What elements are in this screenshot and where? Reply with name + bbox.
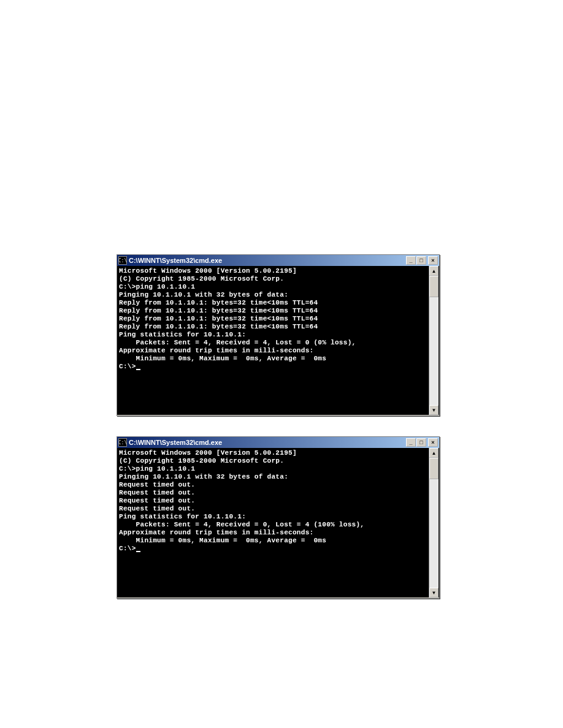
window-controls: _ □ × [406, 256, 438, 265]
scroll-down-button[interactable]: ▼ [429, 588, 439, 597]
terminal-line: Reply from 10.1.10.1: bytes=32 time<10ms… [119, 307, 437, 315]
cmd-window-timeout: C:\ C:\WINNT\System32\cmd.exe _ □ × Micr… [117, 436, 440, 599]
terminal-line: Minimum = 0ms, Maximum = 0ms, Average = … [119, 537, 437, 545]
terminal-line: Reply from 10.1.10.1: bytes=32 time<10ms… [119, 299, 437, 307]
terminal-line: Ping statistics for 10.1.10.1: [119, 513, 437, 521]
scroll-thumb[interactable] [429, 276, 439, 297]
cursor-icon [136, 551, 140, 552]
window-title: C:\WINNT\System32\cmd.exe [129, 257, 406, 264]
terminal-line: Request timed out. [119, 481, 437, 489]
cursor-icon [136, 369, 140, 370]
cmd-window-success: C:\ C:\WINNT\System32\cmd.exe _ □ × Micr… [117, 254, 440, 416]
terminal-line: Request timed out. [119, 505, 437, 513]
vertical-scrollbar[interactable]: ▲ ▼ [429, 266, 439, 415]
terminal-line: Reply from 10.1.10.1: bytes=32 time<10ms… [119, 315, 437, 323]
terminal-line: Packets: Sent = 4, Received = 0, Lost = … [119, 521, 437, 529]
terminal-line: Pinging 10.1.10.1 with 32 bytes of data: [119, 473, 437, 481]
maximize-button[interactable]: □ [416, 256, 426, 265]
close-button[interactable]: × [428, 256, 438, 265]
terminal-line: Approximate round trip times in milli-se… [119, 347, 437, 355]
terminal-line: (C) Copyright 1985-2000 Microsoft Corp. [119, 275, 437, 283]
terminal-line: C:\>ping 10.1.10.1 [119, 465, 437, 473]
scroll-track[interactable] [429, 458, 439, 588]
vertical-scrollbar[interactable]: ▲ ▼ [429, 448, 439, 597]
terminal-line: (C) Copyright 1985-2000 Microsoft Corp. [119, 457, 437, 465]
terminal-output[interactable]: Microsoft Windows 2000 [Version 5.00.219… [117, 266, 439, 415]
maximize-button[interactable]: □ [416, 438, 426, 447]
minimize-button[interactable]: _ [406, 438, 416, 447]
titlebar[interactable]: C:\ C:\WINNT\System32\cmd.exe _ □ × [117, 437, 439, 448]
scroll-up-button[interactable]: ▲ [429, 266, 439, 276]
terminal-line: Pinging 10.1.10.1 with 32 bytes of data: [119, 291, 437, 299]
prompt-line: C:\> [119, 545, 437, 553]
terminal-line: Approximate round trip times in milli-se… [119, 529, 437, 537]
scroll-track[interactable] [429, 276, 439, 405]
scroll-thumb[interactable] [429, 458, 439, 479]
window-controls: _ □ × [406, 438, 438, 447]
terminal-line: Microsoft Windows 2000 [Version 5.00.219… [119, 267, 437, 275]
terminal-line: C:\>ping 10.1.10.1 [119, 283, 437, 291]
terminal-line: Packets: Sent = 4, Received = 4, Lost = … [119, 339, 437, 347]
prompt-line: C:\> [119, 363, 437, 371]
window-title: C:\WINNT\System32\cmd.exe [129, 439, 406, 446]
titlebar[interactable]: C:\ C:\WINNT\System32\cmd.exe _ □ × [117, 255, 439, 266]
terminal-line: Microsoft Windows 2000 [Version 5.00.219… [119, 449, 437, 457]
terminal-line: Request timed out. [119, 497, 437, 505]
terminal-line: Ping statistics for 10.1.10.1: [119, 331, 437, 339]
cmd-icon: C:\ [118, 256, 127, 265]
terminal-line: Reply from 10.1.10.1: bytes=32 time<10ms… [119, 323, 437, 331]
terminal-output[interactable]: Microsoft Windows 2000 [Version 5.00.219… [117, 448, 439, 597]
terminal-line: Request timed out. [119, 489, 437, 497]
terminal-line: Minimum = 0ms, Maximum = 0ms, Average = … [119, 355, 437, 363]
close-button[interactable]: × [428, 438, 438, 447]
cmd-icon: C:\ [118, 438, 127, 447]
scroll-up-button[interactable]: ▲ [429, 448, 439, 458]
scroll-down-button[interactable]: ▼ [429, 405, 439, 415]
minimize-button[interactable]: _ [406, 256, 416, 265]
